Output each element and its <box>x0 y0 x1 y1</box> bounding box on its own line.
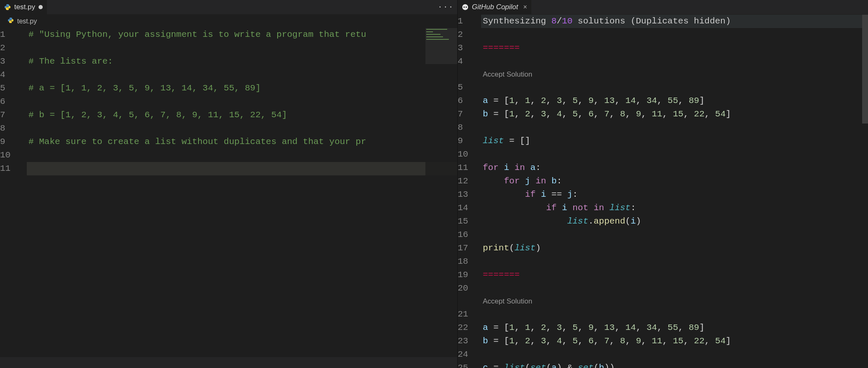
line-number <box>458 68 475 81</box>
line-number: 3 <box>458 41 475 55</box>
code-line[interactable]: Synthesizing 8/10 solutions (Duplicates … <box>481 15 868 28</box>
line-number: 24 <box>458 348 475 361</box>
line-number: 11 <box>0 162 21 175</box>
code-line[interactable] <box>27 68 457 82</box>
svg-point-0 <box>462 4 468 10</box>
line-number: 12 <box>458 175 475 188</box>
editor-group-right: GitHub Copilot × 12345678910111213141516… <box>457 0 868 368</box>
code-line[interactable]: ======= <box>481 268 868 282</box>
code-line[interactable]: if i == j: <box>481 188 868 201</box>
vertical-scrollbar[interactable] <box>862 15 868 368</box>
line-number: 7 <box>0 108 21 122</box>
code-line[interactable] <box>481 55 868 68</box>
line-number: 13 <box>458 188 475 201</box>
line-number: 8 <box>458 121 475 134</box>
editor-body-left[interactable]: 1234567891011 # "Using Python, your assi… <box>0 28 457 368</box>
line-number: 23 <box>458 335 475 348</box>
breadcrumb[interactable]: test.py <box>0 15 457 28</box>
tab-actions-left: ··· <box>435 0 457 14</box>
code-line[interactable]: # The lists are: <box>27 55 457 68</box>
code-line[interactable]: print(list) <box>481 242 868 255</box>
line-number: 20 <box>458 282 475 295</box>
line-number: 6 <box>458 94 475 108</box>
tab-label: test.py <box>14 0 35 14</box>
accept-solution-button[interactable]: Accept Solution <box>481 295 868 308</box>
code-line[interactable]: for i in a: <box>481 161 868 175</box>
copilot-icon <box>462 4 469 10</box>
tab-github-copilot[interactable]: GitHub Copilot × <box>458 0 531 14</box>
tabbar-left: test.py ··· <box>0 0 457 15</box>
line-number: 3 <box>0 55 21 68</box>
code-line[interactable]: if i not in list: <box>481 201 868 215</box>
code-line[interactable]: # a = [1, 1, 2, 3, 5, 9, 13, 14, 34, 55,… <box>27 82 457 95</box>
line-number: 11 <box>458 161 475 175</box>
code-line[interactable]: for j in b: <box>481 175 868 188</box>
code-line[interactable]: a = [1, 1, 2, 3, 5, 9, 13, 14, 34, 55, 8… <box>481 94 868 108</box>
code-line[interactable] <box>27 149 457 162</box>
code-line[interactable] <box>481 81 868 94</box>
line-number: 4 <box>458 55 475 68</box>
code-line[interactable] <box>27 122 457 135</box>
line-number: 5 <box>0 82 21 95</box>
line-number <box>458 295 475 308</box>
code-line[interactable] <box>27 162 457 175</box>
code-line[interactable] <box>481 255 868 268</box>
line-number: 16 <box>458 228 475 242</box>
line-number: 17 <box>458 242 475 255</box>
line-number: 25 <box>458 361 475 368</box>
line-number: 6 <box>0 95 21 108</box>
svg-point-2 <box>466 6 467 8</box>
code-line[interactable]: ======= <box>481 41 868 55</box>
code-line[interactable] <box>27 41 457 55</box>
line-number: 9 <box>458 134 475 148</box>
line-number: 4 <box>0 68 21 82</box>
line-number: 14 <box>458 201 475 215</box>
close-icon[interactable]: × <box>523 0 527 14</box>
dirty-indicator-icon <box>39 5 43 9</box>
line-number: 8 <box>0 122 21 135</box>
code-line[interactable] <box>481 282 868 295</box>
code-area-right[interactable]: Synthesizing 8/10 solutions (Duplicates … <box>481 15 868 368</box>
line-number: 2 <box>0 41 21 55</box>
code-line[interactable] <box>27 95 457 108</box>
line-number: 10 <box>458 148 475 161</box>
minimap-viewport[interactable] <box>425 28 457 64</box>
scrollbar-thumb[interactable] <box>862 15 868 124</box>
code-line[interactable]: list = [] <box>481 134 868 148</box>
editor-group-left: test.py ··· test.py 1234567891011 # "Usi… <box>0 0 457 368</box>
code-line[interactable]: c = list(set(a) & set(b)) <box>481 361 868 368</box>
line-number: 19 <box>458 268 475 282</box>
tab-label: GitHub Copilot <box>472 0 518 14</box>
line-number: 1 <box>458 15 475 28</box>
line-number: 7 <box>458 108 475 121</box>
code-line[interactable]: # "Using Python, your assignment is to w… <box>27 28 457 41</box>
code-line[interactable] <box>481 348 868 361</box>
code-line[interactable]: list.append(i) <box>481 215 868 228</box>
tabbar-right: GitHub Copilot × <box>458 0 868 15</box>
line-number: 22 <box>458 321 475 335</box>
code-line[interactable]: a = [1, 1, 2, 3, 5, 9, 13, 14, 34, 55, 8… <box>481 321 868 335</box>
accept-solution-button[interactable]: Accept Solution <box>481 68 868 81</box>
code-line[interactable] <box>481 228 868 242</box>
line-number: 5 <box>458 81 475 94</box>
line-gutter: 1234567891011 <box>0 28 27 368</box>
editor-body-right[interactable]: 1234567891011121314151617181920212223242… <box>458 15 868 368</box>
tab-test-py[interactable]: test.py <box>0 0 47 14</box>
line-number: 10 <box>0 149 21 162</box>
code-line[interactable] <box>481 308 868 321</box>
line-number: 1 <box>0 28 21 41</box>
code-line[interactable] <box>481 148 868 161</box>
svg-point-1 <box>464 6 465 8</box>
code-area-left[interactable]: # "Using Python, your assignment is to w… <box>27 28 457 368</box>
code-line[interactable] <box>481 121 868 134</box>
code-line[interactable]: # Make sure to create a list without dup… <box>27 135 457 149</box>
python-icon <box>8 15 14 28</box>
code-line[interactable]: b = [1, 2, 3, 4, 5, 6, 7, 8, 9, 11, 15, … <box>481 108 868 121</box>
minimap[interactable] <box>425 28 457 368</box>
more-actions-button[interactable]: ··· <box>438 0 454 14</box>
line-number: 18 <box>458 255 475 268</box>
code-line[interactable]: # b = [1, 2, 3, 4, 5, 6, 7, 8, 9, 11, 15… <box>27 108 457 122</box>
editor-bottom-strip <box>0 357 457 368</box>
code-line[interactable]: b = [1, 2, 3, 4, 5, 6, 7, 8, 9, 11, 15, … <box>481 335 868 348</box>
code-line[interactable] <box>481 28 868 41</box>
